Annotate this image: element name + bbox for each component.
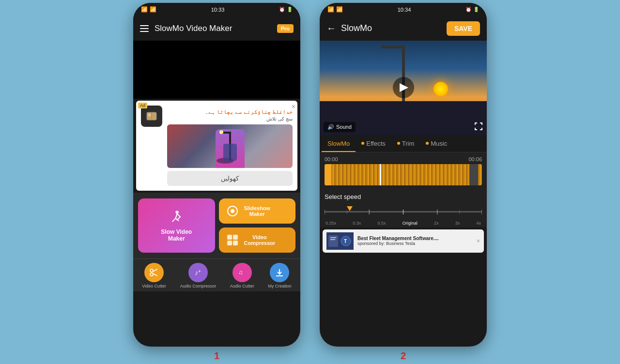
- alarm-icon-2: ⏰: [465, 7, 471, 12]
- svg-line-23: [153, 269, 158, 272]
- ad-bottom-text-content: Best Fleet Management Software.... spons…: [357, 236, 473, 246]
- svg-text:♫: ♫: [238, 269, 243, 276]
- grid-section: Slow Video Maker Slideshow Maker: [133, 193, 300, 258]
- timeline-start-handle[interactable]: [325, 164, 331, 185]
- svg-rect-18: [233, 235, 238, 240]
- nav-audio-cutter[interactable]: ♫ Audio Cutter: [230, 263, 254, 288]
- svg-text:T: T: [344, 239, 347, 244]
- speed-3x: 3x: [455, 221, 460, 226]
- app-bar-2: ← SlowMo SAVE: [320, 16, 487, 41]
- my-creation-icon: [270, 263, 289, 282]
- svg-text:♪: ♪: [195, 269, 198, 276]
- alarm-icon: ⏰: [279, 7, 285, 12]
- battery-icon-2: 🔋: [473, 7, 479, 12]
- music-note-svg: ♪ +: [193, 267, 203, 278]
- tab-music[interactable]: Music: [420, 135, 453, 152]
- wifi-icon: 📶: [150, 6, 156, 13]
- speed-slider[interactable]: [325, 204, 482, 220]
- slow-video-label: Slow Video Maker: [161, 228, 192, 242]
- speed-section: Select speed: [320, 189, 487, 228]
- timeline-end-handle[interactable]: [469, 164, 478, 185]
- video-preview: 🔊 Sound: [320, 41, 487, 135]
- tab-trim-label: Trim: [402, 140, 415, 147]
- page-number-2: 2: [401, 350, 406, 362]
- compressor-label: Video Compressor: [244, 234, 276, 246]
- phone-2: 📶 📶 10:34 ⏰ 🔋 ← SlowMo SAVE 🔊: [320, 3, 487, 347]
- ad-close-icon[interactable]: ×: [292, 103, 295, 110]
- ad-bottom-image: T: [326, 232, 354, 250]
- status-bar-1: 📶 📶 10:33 ⏰ 🔋: [133, 3, 300, 16]
- fullscreen-icon: [474, 122, 483, 131]
- app-bar-1: SlowMo Video Maker Pro: [133, 16, 300, 41]
- svg-text:+: +: [198, 269, 201, 274]
- speed-0.3x: 0.3x: [353, 221, 361, 226]
- runner-icon: [169, 209, 184, 225]
- app-title-1: SlowMo Video Maker: [155, 24, 271, 33]
- ad-open-button[interactable]: کھولیں: [167, 171, 293, 186]
- compressor-svg: [226, 234, 239, 246]
- svg-line-10: [176, 213, 177, 218]
- ad-icon: [141, 106, 162, 127]
- tab-effects[interactable]: Effects: [356, 135, 391, 152]
- tab-slowmo-label: SlowMo: [327, 140, 350, 147]
- speed-4x: 4x: [476, 221, 481, 226]
- speed-title: Select speed: [325, 193, 482, 200]
- ad-bottom-close-icon[interactable]: ×: [477, 238, 480, 244]
- battery-icon: 🔋: [287, 7, 293, 12]
- slow-video-maker-item[interactable]: Slow Video Maker: [138, 198, 215, 253]
- trim-dot: [397, 142, 400, 145]
- speed-labels: 0.25x 0.3x 0.5x Original 2x 3x 4x: [325, 221, 482, 226]
- ad-illustration: [216, 129, 245, 168]
- ad-bottom-title: Best Fleet Management Software....: [357, 236, 473, 241]
- tab-slowmo[interactable]: SlowMo: [322, 135, 356, 152]
- page-number-1: 1: [214, 350, 219, 362]
- nav-audio-compressor[interactable]: ♪ + Audio Compressor: [180, 263, 217, 288]
- timeline-playhead[interactable]: [380, 164, 381, 185]
- timeline-fill: [325, 164, 482, 185]
- compressor-icon: [225, 232, 240, 248]
- sound-button[interactable]: 🔊 Sound: [324, 122, 356, 132]
- video-cutter-icon: [144, 263, 164, 282]
- save-button[interactable]: SAVE: [447, 21, 480, 36]
- lamp-arm: [381, 46, 405, 48]
- bottom-nav: Video Cutter ♪ + Audio Compressor ♫ Audi: [133, 258, 300, 291]
- ad-thumb-svg: T: [326, 232, 354, 250]
- speed-track: [325, 211, 482, 212]
- play-icon: [400, 83, 408, 92]
- svg-rect-19: [227, 241, 232, 245]
- svg-rect-38: [328, 235, 338, 247]
- speed-0.25x: 0.25x: [326, 221, 336, 226]
- nav-label-0: Video Cutter: [142, 284, 166, 288]
- tabs-bar: SlowMo Effects Trim Music: [320, 135, 487, 152]
- slideshow-label: Slideshow Maker: [244, 205, 270, 217]
- svg-rect-17: [227, 235, 232, 240]
- ad-illustration-svg: [216, 129, 245, 168]
- download-svg: [274, 267, 285, 278]
- back-button[interactable]: ←: [326, 23, 336, 34]
- pro-badge: Pro: [277, 24, 294, 33]
- svg-rect-8: [223, 144, 237, 161]
- runner-svg: [169, 207, 184, 227]
- fullscreen-button[interactable]: [474, 122, 483, 132]
- tab-trim[interactable]: Trim: [391, 135, 420, 152]
- play-button[interactable]: [393, 77, 414, 98]
- nav-video-cutter[interactable]: Video Cutter: [142, 263, 166, 288]
- ad-banner: Ad × خداغلط چناؤکرنے سے بچاتا ہے۔ سچ کی …: [136, 101, 297, 191]
- ad-badge: Ad: [138, 103, 147, 108]
- video-compressor-item[interactable]: Video Compressor: [219, 228, 296, 253]
- speed-2x: 2x: [434, 221, 439, 226]
- nav-my-creation[interactable]: My Creation: [268, 263, 292, 288]
- ad-image: [167, 124, 293, 168]
- svg-rect-40: [330, 239, 335, 240]
- menu-icon[interactable]: [140, 25, 149, 32]
- slideshow-maker-item[interactable]: Slideshow Maker: [219, 198, 296, 224]
- svg-line-24: [153, 273, 158, 276]
- svg-line-11: [172, 218, 175, 221]
- audio-cutter-icon: ♫: [232, 263, 252, 282]
- status-signals: 📶 📶: [141, 6, 156, 13]
- wifi-icon-2: 📶: [336, 6, 343, 13]
- svg-point-21: [150, 269, 153, 272]
- timeline-track[interactable]: [325, 164, 482, 185]
- audio-cut-svg: ♫: [237, 267, 248, 278]
- svg-line-14: [177, 217, 180, 220]
